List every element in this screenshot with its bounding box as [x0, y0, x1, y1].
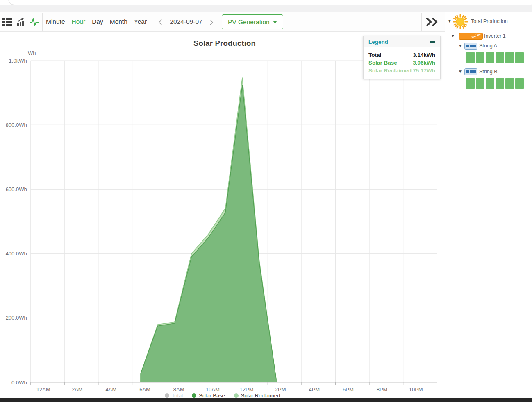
- pv-panel[interactable]: [515, 78, 524, 89]
- legend-row-solar-reclaimed: Solar Reclaimed75.17Wh: [368, 67, 435, 75]
- svg-text:4PM: 4PM: [309, 386, 320, 393]
- tree-item-total-production[interactable]: Total Production: [471, 18, 508, 24]
- collapse-triangle-icon[interactable]: ▼: [458, 69, 462, 74]
- minimize-legend-icon[interactable]: [430, 41, 435, 43]
- svg-text:12PM: 12PM: [240, 386, 254, 393]
- solar-production-chart: 12AM2AM4AM6AM8AM10AM12PM2PM4PM6PM8PM10PM…: [0, 32, 445, 398]
- pv-string-icon: [464, 68, 477, 77]
- legend-row-label: Solar Base: [368, 59, 397, 67]
- pv-panel[interactable]: [505, 78, 514, 89]
- tab-day[interactable]: Day: [92, 18, 103, 25]
- pv-panel[interactable]: [496, 52, 504, 63]
- pv-panel[interactable]: [505, 52, 514, 63]
- pv-panel[interactable]: [486, 78, 494, 89]
- legend-row-label: Total: [368, 51, 381, 59]
- pv-panel[interactable]: [515, 52, 524, 63]
- svg-text:10PM: 10PM: [409, 386, 423, 393]
- legend-row-value: 3.14kWh: [413, 51, 435, 59]
- date-display[interactable]: 2024-09-07: [166, 18, 207, 25]
- string-b-panels: [466, 78, 524, 89]
- toolbar-separator: [218, 13, 218, 31]
- svg-text:Wh: Wh: [28, 50, 36, 56]
- svg-text:600.0Wh: 600.0Wh: [6, 186, 27, 192]
- legend-panel: Legend Total3.14kWhSolar Base3.06kWhSola…: [363, 36, 441, 79]
- legend-row-value: 75.17Wh: [413, 67, 435, 75]
- toolbar-separator: [421, 13, 422, 31]
- view-tabs: MinuteHourDayMonthYear: [46, 18, 147, 25]
- double-chevron-right-icon[interactable]: [425, 17, 439, 28]
- bar-chart-icon[interactable]: [17, 18, 25, 28]
- legend-row-solar-base: Solar Base3.06kWh: [368, 59, 435, 67]
- svg-text:2AM: 2AM: [72, 386, 83, 393]
- legend-panel-body: Total3.14kWhSolar Base3.06kWhSolar Recla…: [364, 47, 440, 79]
- svg-text:1.0kWh: 1.0kWh: [9, 58, 27, 64]
- bottom-black-bar: [0, 398, 532, 402]
- svg-text:8PM: 8PM: [377, 386, 388, 393]
- svg-text:8AM: 8AM: [173, 386, 184, 393]
- metric-dropdown-button[interactable]: PV Generation: [222, 14, 283, 29]
- series-dot-icon: [192, 393, 196, 398]
- collapse-triangle-icon[interactable]: ▼: [448, 19, 452, 23]
- svg-text:6AM: 6AM: [139, 386, 150, 393]
- tab-year[interactable]: Year: [134, 18, 147, 25]
- tree-item-string-b[interactable]: String B: [479, 69, 497, 75]
- collapse-triangle-icon[interactable]: ▼: [451, 34, 455, 38]
- pv-panel[interactable]: [466, 78, 475, 89]
- svg-text:200.0Wh: 200.0Wh: [6, 315, 27, 321]
- legend-row-label: Solar Reclaimed: [368, 67, 412, 75]
- tab-minute[interactable]: Minute: [46, 18, 65, 25]
- svg-text:400.0Wh: 400.0Wh: [6, 251, 27, 257]
- tab-month[interactable]: Month: [110, 18, 127, 25]
- svg-text:2PM: 2PM: [275, 386, 286, 393]
- toolbar-separator: [14, 13, 14, 31]
- top-band: [0, 5, 532, 12]
- svg-text:10AM: 10AM: [206, 386, 220, 393]
- address-bar-remnant: [8, 0, 532, 5]
- toolbar-separator: [156, 13, 156, 31]
- pv-panel[interactable]: [466, 52, 475, 63]
- pv-panel[interactable]: [476, 52, 484, 63]
- device-tree-sidebar: ▼ Total Production ▼ Inverter 1: [445, 12, 532, 398]
- series-dot-icon: [165, 393, 169, 398]
- legend-panel-title: Legend: [368, 39, 388, 45]
- legend-row-total: Total3.14kWh: [368, 51, 435, 59]
- legend-row-value: 3.06kWh: [413, 59, 435, 67]
- svg-text:0.0Wh: 0.0Wh: [11, 379, 27, 386]
- pv-panel[interactable]: [486, 52, 494, 63]
- pv-string-icon: [464, 43, 477, 51]
- tab-hour[interactable]: Hour: [72, 18, 86, 25]
- collapse-triangle-icon[interactable]: ▼: [458, 43, 462, 48]
- svg-text:4AM: 4AM: [106, 386, 117, 393]
- legend-panel-header: Legend: [364, 36, 440, 47]
- metric-dropdown-label: PV Generation: [228, 18, 270, 26]
- inverter-icon: [459, 33, 483, 41]
- series-dot-icon: [234, 393, 239, 398]
- list-icon[interactable]: [2, 18, 12, 28]
- svg-text:12AM: 12AM: [36, 386, 50, 393]
- svg-text:6PM: 6PM: [343, 386, 354, 393]
- pv-panel[interactable]: [476, 78, 484, 89]
- axes: [31, 382, 437, 385]
- svg-text:800.0Wh: 800.0Wh: [6, 122, 27, 128]
- toolbar-separator: [42, 13, 43, 31]
- tree-item-string-a[interactable]: String A: [479, 43, 497, 49]
- toolbar: MinuteHourDayMonthYear 2024-09-07 PV Gen…: [0, 12, 445, 32]
- pv-panel[interactable]: [496, 78, 504, 89]
- sun-icon: [453, 14, 468, 31]
- prev-day-button[interactable]: [158, 19, 163, 27]
- caret-down-icon: [273, 21, 277, 23]
- tree-item-inverter-1[interactable]: Inverter 1: [484, 33, 506, 39]
- activity-icon[interactable]: [30, 18, 39, 28]
- string-a-panels: [466, 52, 524, 63]
- next-day-button[interactable]: [209, 19, 214, 27]
